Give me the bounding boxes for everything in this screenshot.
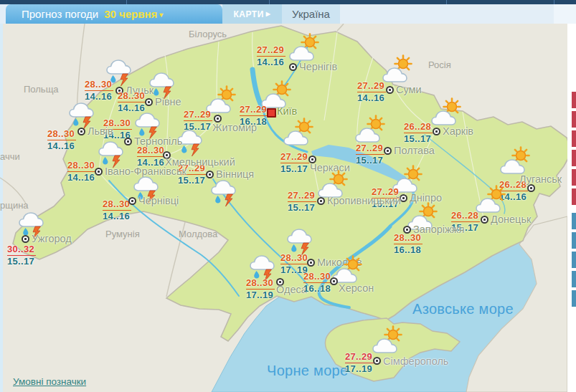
city-marker[interactable] xyxy=(128,197,136,205)
temp-high: 27..29 xyxy=(257,44,285,57)
city-marker[interactable] xyxy=(95,168,103,176)
city-marker[interactable] xyxy=(373,357,381,365)
temp-low: 15..17 xyxy=(356,155,384,166)
city-marker[interactable] xyxy=(481,216,488,224)
city-label[interactable]: Ужгород xyxy=(32,233,72,244)
city-label[interactable]: Донецьк xyxy=(491,214,531,225)
city-marker[interactable] xyxy=(206,171,214,178)
temp-block: 28..3014..16 xyxy=(85,79,113,102)
temp-block: 28..3016..18 xyxy=(303,271,332,295)
arrow-right-icon: ▶ xyxy=(266,11,271,17)
temp-block: 28..3017..19 xyxy=(246,277,275,301)
temp-high: 28..30 xyxy=(47,128,76,140)
temp-low: 15..17 xyxy=(404,133,433,145)
weather-icon-sun-cloud xyxy=(283,118,316,149)
city-label[interactable]: Суми xyxy=(396,84,422,95)
temp-low: 14..16 xyxy=(85,91,113,102)
city-label[interactable]: Львів xyxy=(88,125,113,137)
weather-icon-sun-cloud xyxy=(382,54,415,86)
weather-icon-sun-cloud xyxy=(288,33,321,64)
date-dropdown[interactable]: 30 червня ▾ xyxy=(104,8,163,20)
city-label[interactable]: Київ xyxy=(277,105,297,117)
temp-high: 28..30 xyxy=(67,160,96,172)
temp-high: 27..29 xyxy=(288,190,316,202)
legend-link[interactable]: Умовні позначки xyxy=(13,376,86,387)
weather-map[interactable]: БілорусьПольщаРосіяРумуніяМолдовааччирщи… xyxy=(0,0,576,392)
city-marker[interactable] xyxy=(317,197,325,205)
city-label[interactable]: Одеса xyxy=(276,284,307,295)
temp-low: 16..18 xyxy=(303,283,332,295)
city-label[interactable]: Тернопіль xyxy=(134,135,182,147)
country-label: Росія xyxy=(428,59,451,70)
country-label: Білорусь xyxy=(189,29,227,39)
maps-button[interactable]: КАРТИ ▶ xyxy=(222,4,282,24)
city-marker[interactable] xyxy=(403,226,411,234)
temp-low: 16..18 xyxy=(394,244,422,256)
country-label: Молдова xyxy=(179,229,217,239)
city-label[interactable]: Чернівці xyxy=(138,195,179,206)
temp-block: 27..2915..17 xyxy=(356,143,384,166)
city-label[interactable]: Рівне xyxy=(155,96,181,107)
temp-high: 28..30 xyxy=(280,252,309,264)
temp-low: 17..19 xyxy=(345,363,374,375)
city-marker[interactable] xyxy=(433,128,440,135)
temp-high: 27..29 xyxy=(184,109,212,121)
city-marker[interactable] xyxy=(330,277,338,285)
edge-bar-red xyxy=(572,188,576,205)
temp-high: 26..28 xyxy=(404,121,433,133)
edge-bar-blue xyxy=(572,213,576,229)
city-label[interactable]: Харків xyxy=(443,125,473,137)
temp-low: 15..17 xyxy=(280,163,309,175)
temp-block: 27..2915..17 xyxy=(280,151,309,175)
temp-high: 28..30 xyxy=(303,271,332,283)
temp-high: 28..30 xyxy=(85,79,113,91)
weather-icon-sun-cloud xyxy=(372,325,405,357)
city-marker[interactable] xyxy=(384,147,392,155)
chevron-down-icon: ▾ xyxy=(159,11,163,19)
city-marker[interactable] xyxy=(527,184,535,192)
tab-weather-forecast[interactable]: Прогноз погоди 30 червня ▾ xyxy=(6,4,222,24)
weather-icon-sun-cloud xyxy=(430,97,463,129)
temp-block: 28..3014..16 xyxy=(103,199,131,222)
temp-block: 27..2917..19 xyxy=(345,351,374,375)
city-marker[interactable] xyxy=(145,98,153,106)
country-label: Румунія xyxy=(105,229,140,239)
temp-block: 28..3014..16 xyxy=(118,90,146,114)
forecast-tab-title: Прогноз погоди xyxy=(22,8,98,20)
temp-high: 27..29 xyxy=(345,351,374,363)
country-label: Польща xyxy=(24,84,59,95)
date-value: 30 червня xyxy=(104,8,157,20)
edge-bar-blue xyxy=(572,232,576,249)
temp-block: 28..3016..18 xyxy=(394,232,422,256)
city-marker[interactable] xyxy=(307,259,315,267)
city-label[interactable]: Запоріжжя xyxy=(413,224,464,235)
temp-high: 27..29 xyxy=(356,143,384,155)
city-marker[interactable] xyxy=(77,128,85,135)
temp-low: 14..16 xyxy=(47,140,76,152)
city-label[interactable]: Житомир xyxy=(212,122,257,133)
city-label[interactable]: Полтава xyxy=(394,145,435,156)
city-label[interactable]: Луганськ xyxy=(519,173,562,185)
temp-high: 27..29 xyxy=(240,104,268,116)
temp-high: 28..30 xyxy=(118,90,146,102)
city-label[interactable]: Кропивницький xyxy=(327,195,401,206)
edge-bar-red xyxy=(572,169,576,186)
temp-low: 14..16 xyxy=(67,172,96,183)
header-tabs-row: Прогноз погоди 30 червня ▾ КАРТИ ▶ Украї… xyxy=(0,4,576,24)
city-marker[interactable] xyxy=(386,86,394,94)
city-label[interactable]: Вінниця xyxy=(216,168,254,180)
city-label[interactable]: Херсон xyxy=(339,282,374,294)
tabs-row-highlight xyxy=(554,4,576,24)
tab-ukraine[interactable]: Україна xyxy=(282,4,340,24)
edge-bar-red xyxy=(572,111,576,128)
city-marker-capital[interactable] xyxy=(267,108,276,118)
city-marker[interactable] xyxy=(22,235,29,243)
temp-low: 15..17 xyxy=(288,202,316,214)
city-label[interactable]: Чернігів xyxy=(299,61,337,72)
temp-low: 14..16 xyxy=(103,211,131,222)
city-label[interactable]: Сімферополь xyxy=(383,355,448,367)
temp-high: 30..32 xyxy=(7,244,36,256)
edge-bar-blue xyxy=(572,252,576,268)
maps-button-label: КАРТИ xyxy=(234,9,264,19)
city-marker[interactable] xyxy=(289,63,297,71)
